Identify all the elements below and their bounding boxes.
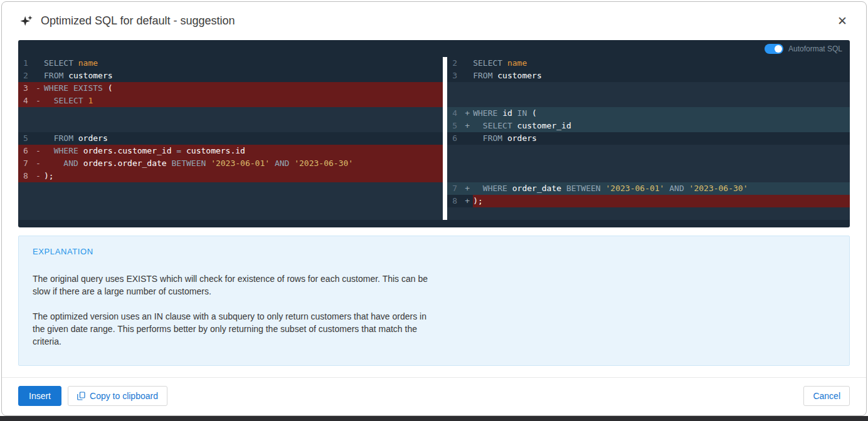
dialog-footer: Insert Copy to clipboard Cancel	[2, 377, 866, 415]
explanation-heading: EXPLANATION	[33, 247, 835, 256]
autoformat-toggle[interactable]	[765, 44, 783, 54]
diff-line	[447, 157, 850, 170]
diff-line: 3FROM customers	[447, 70, 850, 82]
diff-line	[447, 207, 850, 220]
diff-line: 5+ SELECT customer_id	[447, 120, 850, 132]
diff-toolbar: Autoformat SQL	[18, 40, 850, 57]
dialog-title: Optimized SQL for default - suggestion	[41, 14, 235, 28]
diff-line: 6- WHERE orders.customer_id = customers.…	[18, 145, 443, 157]
diff-line	[18, 107, 443, 120]
diff-line: 8-);	[18, 170, 443, 182]
diff-line: 3-WHERE EXISTS (	[18, 82, 443, 95]
diff-line: 2SELECT name	[447, 57, 850, 70]
explanation-panel: EXPLANATION The original query uses EXIS…	[18, 236, 850, 366]
insert-button[interactable]: Insert	[18, 386, 61, 406]
optimized-sql-pane: 2SELECT name3FROM customers4+WHERE id IN…	[447, 57, 850, 220]
diff-line: 8+);	[447, 195, 850, 207]
diff-line: 6 FROM orders	[447, 132, 850, 145]
diff-line	[18, 182, 443, 195]
diff-line	[447, 82, 850, 95]
diff-line: 2FROM customers	[18, 70, 443, 82]
diff-line: 4+WHERE id IN (	[447, 107, 850, 120]
diff-line: 7- AND orders.order_date BETWEEN '2023-0…	[18, 157, 443, 170]
diff-body: 1SELECT name2FROM customers3-WHERE EXIST…	[18, 57, 850, 227]
diff-line: 5 FROM orders	[18, 132, 443, 145]
diff-line	[447, 170, 850, 182]
diff-line	[447, 145, 850, 157]
copy-to-clipboard-button[interactable]: Copy to clipboard	[68, 386, 167, 406]
copy-button-label: Copy to clipboard	[90, 391, 158, 401]
diff-line	[18, 120, 443, 132]
copy-icon	[77, 392, 85, 400]
dialog-header: Optimized SQL for default - suggestion ✕	[2, 2, 866, 38]
diff-line: 4- SELECT 1	[18, 95, 443, 107]
ai-sparkle-icon	[19, 14, 33, 28]
cancel-button[interactable]: Cancel	[803, 386, 850, 406]
explanation-paragraph: The original query uses EXISTS which wil…	[33, 273, 439, 298]
sql-diff-viewer: Autoformat SQL 1SELECT name2FROM custome…	[18, 40, 850, 227]
diff-line: 7+ WHERE order_date BETWEEN '2023-06-01'…	[447, 182, 850, 195]
autoformat-label: Autoformat SQL	[788, 44, 842, 53]
diff-line	[18, 195, 443, 207]
background-app-strip	[0, 416, 868, 421]
pane-divider	[443, 57, 447, 220]
diff-line	[18, 207, 443, 220]
close-icon[interactable]: ✕	[835, 14, 850, 28]
explanation-paragraph: The optimized version uses an IN clause …	[33, 310, 439, 348]
diff-line	[447, 95, 850, 107]
toggle-knob	[775, 45, 782, 53]
diff-line: 1SELECT name	[18, 57, 443, 70]
original-sql-pane: 1SELECT name2FROM customers3-WHERE EXIST…	[18, 57, 443, 220]
optimized-sql-dialog: Optimized SQL for default - suggestion ✕…	[1, 1, 867, 416]
